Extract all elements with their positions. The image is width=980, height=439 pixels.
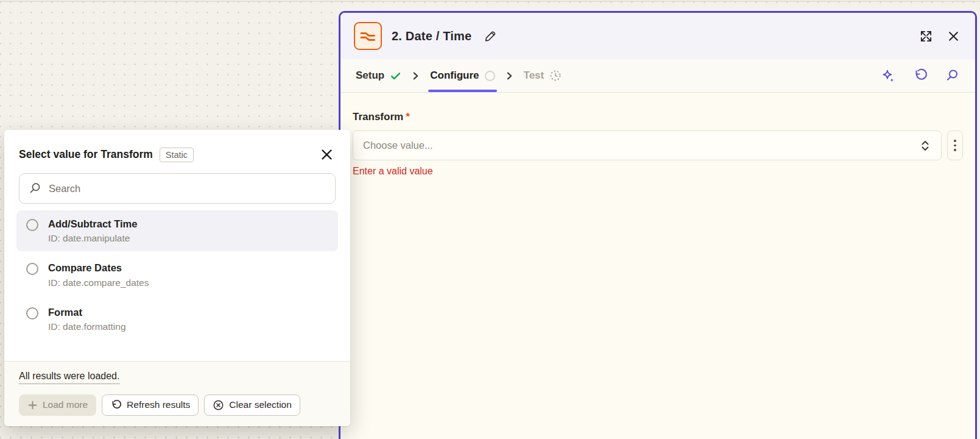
select-placeholder: Choose value... bbox=[363, 140, 919, 151]
chevron-right-icon bbox=[506, 59, 513, 92]
option-text: Format ID: date.formatting bbox=[48, 305, 126, 332]
option-text: Add/Subtract Time ID: date.manipulate bbox=[48, 217, 137, 244]
refresh-results-button[interactable]: Refresh results bbox=[102, 394, 199, 416]
results-loaded-note: All results were loaded. bbox=[19, 371, 119, 384]
kebab-dot bbox=[954, 145, 956, 147]
radio-unchecked-icon[interactable] bbox=[26, 219, 38, 231]
pending-clock-icon bbox=[549, 70, 562, 82]
load-more-button[interactable]: Load more bbox=[19, 394, 96, 416]
option-format[interactable]: Format ID: date.formatting bbox=[16, 299, 338, 340]
option-id: ID: date.formatting bbox=[48, 321, 126, 332]
plus-icon bbox=[27, 400, 38, 410]
close-icon bbox=[320, 148, 333, 161]
tab-setup[interactable]: Setup bbox=[354, 59, 403, 92]
field-error-message: Enter a valid value bbox=[353, 166, 963, 177]
tab-test[interactable]: Test bbox=[522, 59, 564, 92]
option-id: ID: date.manipulate bbox=[48, 233, 137, 244]
expand-panel-button[interactable] bbox=[917, 27, 936, 46]
tab-configure-label: Configure bbox=[430, 70, 479, 82]
refresh-icon bbox=[110, 399, 122, 411]
ai-sparkle-icon bbox=[881, 68, 896, 84]
chevron-updown-icon bbox=[919, 139, 931, 152]
tab-configure[interactable]: Configure bbox=[428, 59, 496, 92]
tab-test-label: Test bbox=[524, 70, 545, 82]
canvas-top-edge bbox=[0, 0, 980, 2]
search-step-button[interactable] bbox=[942, 66, 962, 85]
modal-title: Select value for Transform bbox=[19, 148, 153, 161]
refresh-icon bbox=[913, 68, 928, 83]
active-tab-underline bbox=[428, 90, 496, 92]
edit-title-button[interactable] bbox=[481, 27, 499, 45]
static-badge: Static bbox=[160, 148, 194, 162]
panel-header: 2. Date / Time bbox=[340, 13, 975, 59]
step-title: 2. Date / Time bbox=[392, 29, 471, 43]
circle-x-icon bbox=[213, 399, 224, 411]
expand-icon bbox=[919, 29, 933, 43]
kebab-dot bbox=[954, 149, 956, 151]
field-menu-button[interactable] bbox=[947, 130, 963, 160]
option-label: Add/Subtract Time bbox=[48, 217, 137, 230]
close-icon bbox=[948, 30, 959, 42]
option-add-subtract-time[interactable]: Add/Subtract Time ID: date.manipulate bbox=[16, 210, 338, 251]
radio-unchecked-icon[interactable] bbox=[26, 307, 38, 319]
search-icon bbox=[29, 182, 41, 195]
radio-unchecked-icon[interactable] bbox=[26, 263, 38, 275]
step-tab-bar: Setup Configure Test bbox=[340, 59, 975, 93]
pencil-icon bbox=[484, 30, 496, 43]
refresh-results-label: Refresh results bbox=[127, 399, 190, 411]
option-label: Compare Dates bbox=[48, 261, 149, 274]
check-icon bbox=[390, 70, 401, 82]
close-panel-button[interactable] bbox=[945, 28, 962, 45]
panel-toolbar bbox=[878, 59, 962, 92]
option-text: Compare Dates ID: date.compare_dates bbox=[48, 261, 149, 288]
select-value-modal: Select value for Transform Static Add/Su… bbox=[4, 130, 350, 426]
transform-options-list: Add/Subtract Time ID: date.manipulate Co… bbox=[16, 210, 338, 340]
search-input[interactable] bbox=[49, 183, 326, 195]
required-asterisk: * bbox=[406, 111, 410, 123]
option-label: Format bbox=[48, 305, 126, 319]
kebab-dot bbox=[954, 140, 956, 142]
tab-setup-label: Setup bbox=[356, 70, 384, 82]
formatter-app-icon bbox=[354, 22, 382, 50]
load-more-label: Load more bbox=[43, 399, 88, 411]
search-icon bbox=[945, 68, 959, 83]
modal-footer: All results were loaded. Load more Refre… bbox=[4, 361, 350, 426]
modal-close-button[interactable] bbox=[319, 147, 334, 162]
field-label-text: Transform bbox=[353, 111, 403, 123]
refresh-step-button[interactable] bbox=[911, 66, 930, 85]
modal-search-wrap bbox=[19, 173, 336, 204]
incomplete-circle-icon bbox=[485, 71, 495, 81]
clear-selection-button[interactable]: Clear selection bbox=[204, 394, 300, 416]
option-compare-dates[interactable]: Compare Dates ID: date.compare_dates bbox=[16, 254, 338, 295]
transform-field-label: Transform* bbox=[353, 111, 963, 123]
modal-search-field[interactable] bbox=[19, 173, 336, 204]
configure-form: Transform* Choose value... Enter a valid… bbox=[340, 93, 975, 195]
transform-select[interactable]: Choose value... bbox=[353, 130, 942, 160]
step-editor-panel: 2. Date / Time Setup C bbox=[339, 11, 977, 439]
clear-selection-label: Clear selection bbox=[229, 399, 292, 411]
formatter-squiggle-icon bbox=[359, 27, 377, 45]
modal-header: Select value for Transform Static bbox=[4, 130, 350, 172]
ai-assist-button[interactable] bbox=[878, 66, 898, 86]
option-id: ID: date.compare_dates bbox=[48, 277, 149, 288]
chevron-right-icon bbox=[412, 59, 420, 92]
